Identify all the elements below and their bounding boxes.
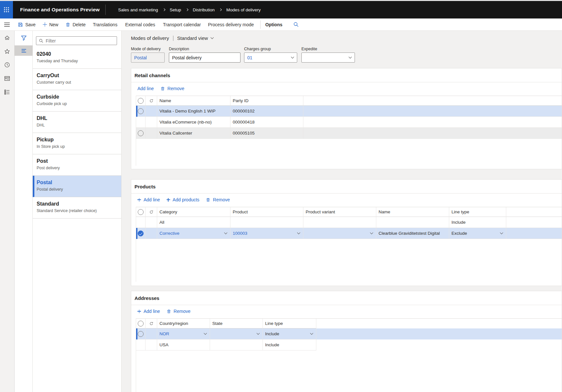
process-delivery-mode-button[interactable]: Process delivery mode [208,22,254,27]
refresh-header[interactable] [146,319,157,328]
column-header-line-type[interactable]: Line type [263,319,316,328]
column-header-name[interactable]: Name [157,96,230,106]
list-item-carryout[interactable]: CarryOut Customer carry out [33,69,121,90]
favorites-star-icon[interactable] [4,48,10,54]
mode-of-delivery-input[interactable] [131,53,164,62]
cell-name[interactable]: Vitalia - Demo English 1 WIP [157,106,230,117]
cell-name[interactable]: Vitalia eCommerce (nb-no) [157,117,230,128]
column-header-country-region[interactable]: Country/region [157,319,210,328]
table-row[interactable]: NOR Include [136,328,562,339]
column-header-name[interactable]: Name [376,207,449,217]
row-select-cell[interactable] [136,228,146,239]
add-line-button[interactable]: Add line [137,197,160,202]
cell-product[interactable] [230,217,303,228]
description-input[interactable] [169,53,240,62]
charges-group-combo[interactable]: 01 [244,53,297,63]
refresh-header[interactable] [146,96,157,106]
table-row[interactable]: Vitalia - Demo English 1 WIP 000000102 [136,106,562,117]
select-all-header[interactable] [136,319,146,328]
table-row[interactable]: USA Include [136,339,562,350]
list-item-02040[interactable]: 02040 Tuesday and Thursday [33,47,121,69]
list-item-dhl[interactable]: DHL DHL [33,112,121,133]
cell-party-id[interactable]: 000000102 [230,106,303,117]
row-checkbox-checked[interactable] [138,231,144,236]
row-select-cell[interactable] [136,117,146,128]
row-radio[interactable] [138,130,144,136]
list-item-pickup[interactable]: Pickup In Store pick up [33,133,121,154]
list-item-standard[interactable]: Standard Standard Service (retailer choi… [33,197,121,219]
cell-line-type-combo[interactable]: Exclude [449,228,506,239]
cell-state[interactable] [210,339,263,350]
breadcrumb-modes-of-delivery[interactable]: Modes of delivery [226,7,261,12]
filter-input[interactable] [46,38,117,43]
column-header-party-id[interactable]: Party ID [230,96,303,106]
delete-button[interactable]: Delete [65,22,86,27]
list-item-post[interactable]: Post Post delivery [33,154,121,176]
cell-party-id[interactable]: 000000418 [230,117,303,128]
cell-country-region[interactable]: USA [157,339,210,350]
select-all-header[interactable] [136,96,146,106]
cell-name[interactable]: Clearblue Graviditetstest Digital [376,228,449,239]
breadcrumb-distribution[interactable]: Distribution [193,7,215,12]
cell-line-type[interactable]: Include [263,339,316,350]
hamburger-menu-icon[interactable] [4,22,10,27]
remove-button[interactable]: Remove [206,197,230,202]
list-pane-toggle[interactable] [15,45,33,56]
cell-product-variant-combo[interactable] [303,228,376,239]
translations-button[interactable]: Translations [93,22,117,27]
task-list-icon[interactable] [4,89,10,95]
table-row[interactable]: Corrective 100003 Clearblue Graviditetst… [136,228,562,239]
breadcrumb-setup[interactable]: Setup [170,7,181,12]
cell-state-combo[interactable] [210,328,263,339]
remove-button[interactable]: Remove [160,86,184,91]
list-item-curbside[interactable]: Curbside Curbside pick up [33,90,121,112]
recent-clock-icon[interactable] [4,62,10,68]
row-select-cell[interactable] [136,328,146,339]
cell-product-variant[interactable] [303,217,376,228]
row-select-cell[interactable] [136,106,146,117]
add-line-button[interactable]: Add line [137,86,154,91]
expedite-combo[interactable] [301,53,355,63]
transport-calendar-button[interactable]: Transport calendar [163,22,201,27]
table-row[interactable]: Vitalia eCommerce (nb-no) 000000418 [136,117,562,128]
cell-line-type-combo[interactable]: Include [263,328,316,339]
new-button[interactable]: New [43,22,58,27]
add-line-button[interactable]: Add line [137,309,160,314]
table-row[interactable]: Vitalia Callcenter 000005105 [136,128,562,139]
cell-category-combo[interactable]: Corrective [157,228,230,239]
cell-line-type[interactable]: Include [449,217,506,228]
column-header-line-type[interactable]: Line type [449,207,506,217]
cell-party-id[interactable]: 000005105 [230,128,303,139]
cell-name[interactable]: Vitalia Callcenter [157,128,230,139]
column-header-state[interactable]: State [210,319,263,328]
breadcrumb-sales-and-marketing[interactable]: Sales and marketing [118,7,158,12]
column-header-product-variant[interactable]: Product variant [303,207,376,217]
row-radio[interactable] [138,331,144,337]
options-button[interactable]: Options [265,22,282,27]
table-row[interactable]: All Include [136,217,562,228]
column-header-product[interactable]: Product [230,207,303,217]
external-codes-button[interactable]: External codes [125,22,155,27]
cell-country-region-combo[interactable]: NOR [157,328,210,339]
cell-category[interactable]: All [157,217,230,228]
search-button[interactable] [293,22,299,27]
app-launcher-waffle-icon[interactable] [0,1,13,18]
refresh-header[interactable] [146,207,157,217]
cell-product-combo[interactable]: 100003 [230,228,303,239]
row-sync-cell [146,328,157,339]
filter-funnel-icon[interactable] [15,34,33,42]
row-select-cell[interactable] [136,339,146,350]
row-select-cell[interactable] [136,128,146,139]
select-all-header[interactable] [136,207,146,217]
list-item-postal-selected[interactable]: Postal Postal delivery [33,176,121,197]
column-header-category[interactable]: Category [157,207,230,217]
view-selector[interactable]: Standard view [177,35,213,41]
news-window-icon[interactable] [4,75,10,82]
home-icon[interactable] [4,34,10,41]
cell-name[interactable] [376,217,449,228]
remove-button[interactable]: Remove [167,309,191,314]
row-radio[interactable] [138,108,144,114]
row-select-cell[interactable] [136,217,146,228]
save-button[interactable]: Save [18,22,36,27]
add-products-button[interactable]: Add products [167,197,200,202]
